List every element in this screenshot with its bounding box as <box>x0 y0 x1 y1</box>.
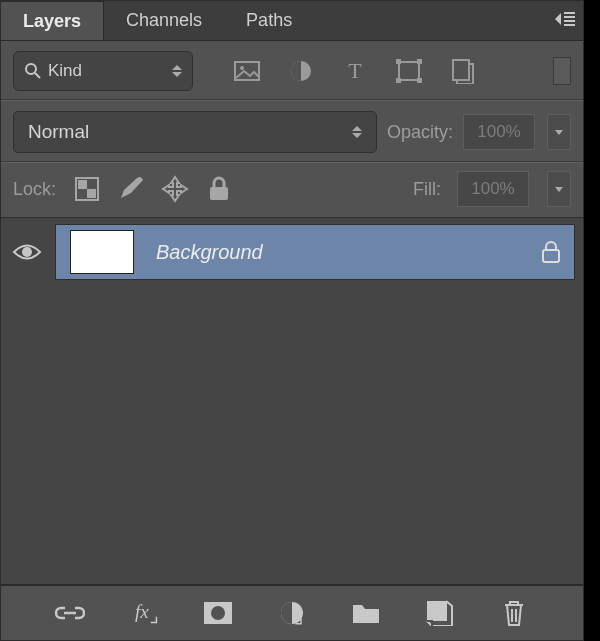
new-layer-button[interactable] <box>423 596 457 630</box>
svg-rect-8 <box>417 59 422 64</box>
blend-mode-dropdown[interactable]: Normal <box>13 111 377 153</box>
svg-text:T: T <box>348 60 362 82</box>
filter-row: Kind T <box>1 41 583 100</box>
eye-icon <box>12 242 42 262</box>
svg-point-20 <box>211 606 225 620</box>
svg-line-1 <box>35 73 40 78</box>
svg-text:fx: fx <box>135 601 149 622</box>
svg-rect-17 <box>543 250 559 262</box>
updown-icon <box>352 126 362 138</box>
fill-slider-toggle[interactable] <box>547 171 571 207</box>
filter-type-dropdown[interactable]: Kind <box>13 51 193 91</box>
blend-row: Normal Opacity: 100% <box>1 100 583 162</box>
opacity-value: 100% <box>477 122 520 142</box>
filter-shape-icon[interactable] <box>393 55 425 87</box>
opacity-slider-toggle[interactable] <box>547 114 571 150</box>
svg-rect-15 <box>210 187 228 200</box>
svg-rect-11 <box>453 60 469 80</box>
opacity-label: Opacity: <box>387 122 453 143</box>
lock-all-button[interactable] <box>204 174 234 204</box>
layer-row[interactable]: Background <box>9 222 575 282</box>
lock-icon <box>542 241 560 263</box>
lock-label: Lock: <box>13 179 56 200</box>
filter-type-label: Kind <box>48 61 82 81</box>
filter-type-text-icon[interactable]: T <box>339 55 371 87</box>
filter-icons: T <box>231 55 479 87</box>
chevron-down-icon <box>555 187 563 192</box>
svg-rect-6 <box>399 62 419 80</box>
layer-item-selected[interactable]: Background <box>55 224 575 280</box>
svg-rect-22 <box>427 601 447 621</box>
search-icon <box>24 62 42 80</box>
tab-paths[interactable]: Paths <box>224 1 314 40</box>
layers-panel: Layers Channels Paths Kind T Normal <box>0 0 584 641</box>
filter-pixel-icon[interactable] <box>231 55 263 87</box>
svg-rect-13 <box>78 180 87 189</box>
lock-row: Lock: Fill: 100% <box>1 162 583 218</box>
blend-mode-label: Normal <box>28 121 89 143</box>
svg-rect-14 <box>87 189 96 198</box>
panel-menu-button[interactable] <box>549 9 575 29</box>
filter-smartobject-icon[interactable] <box>447 55 479 87</box>
layer-mask-button[interactable] <box>201 596 235 630</box>
svg-rect-7 <box>396 59 401 64</box>
svg-point-3 <box>240 66 244 70</box>
delete-layer-button[interactable] <box>497 596 531 630</box>
opacity-input[interactable]: 100% <box>463 114 535 150</box>
svg-rect-10 <box>417 78 422 83</box>
fill-value: 100% <box>471 179 514 199</box>
tab-channels-label: Channels <box>126 10 202 31</box>
tab-channels[interactable]: Channels <box>104 1 224 40</box>
fill-label: Fill: <box>413 179 441 200</box>
svg-rect-9 <box>396 78 401 83</box>
group-button[interactable] <box>349 596 383 630</box>
layer-toolbar: fx <box>1 584 583 640</box>
lock-position-button[interactable] <box>160 174 190 204</box>
updown-icon <box>172 65 182 77</box>
svg-rect-2 <box>235 62 259 80</box>
tab-paths-label: Paths <box>246 10 292 31</box>
layers-list: Background <box>1 218 583 584</box>
fill-input[interactable]: 100% <box>457 171 529 207</box>
filter-toggle[interactable] <box>553 57 571 85</box>
layer-name: Background <box>156 241 520 264</box>
svg-point-16 <box>22 247 32 257</box>
panel-tabs: Layers Channels Paths <box>1 1 583 41</box>
layer-style-button[interactable]: fx <box>127 596 161 630</box>
svg-point-0 <box>26 64 36 74</box>
filter-adjustment-icon[interactable] <box>285 55 317 87</box>
layer-thumbnail[interactable] <box>70 230 134 274</box>
chevron-down-icon <box>555 130 563 135</box>
lock-pixels-button[interactable] <box>116 174 146 204</box>
link-layers-button[interactable] <box>53 596 87 630</box>
layer-visibility-toggle[interactable] <box>9 242 45 262</box>
lock-transparent-button[interactable] <box>72 174 102 204</box>
tab-layers[interactable]: Layers <box>1 1 104 40</box>
tab-layers-label: Layers <box>23 11 81 32</box>
adjustment-layer-button[interactable] <box>275 596 309 630</box>
